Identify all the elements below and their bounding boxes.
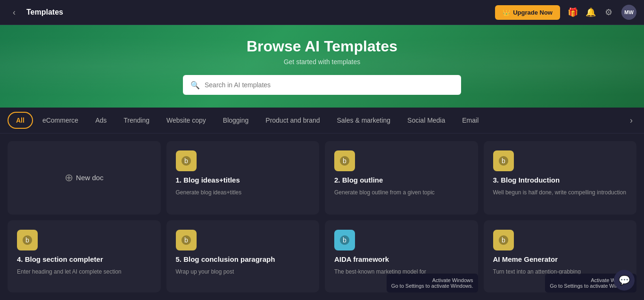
filter-tab-social-media[interactable]: Social Media	[400, 113, 453, 128]
template-card-aida[interactable]: b AIDA frameworkThe best-known marketing…	[325, 220, 478, 292]
upgrade-icon: 👑	[503, 9, 510, 16]
filter-tab-ecommerce[interactable]: eCommerce	[35, 113, 86, 128]
filter-tab-email[interactable]: Email	[454, 113, 486, 128]
card-icon-blog-intro: b	[493, 150, 514, 171]
hero-banner: Browse AI Templates Get started with tem…	[0, 25, 644, 108]
card-desc-blog-conclusion: Wrap up your blog post	[176, 268, 310, 276]
card-desc-blog-ideas: Generate blog ideas+titles	[176, 189, 310, 197]
card-title-blog-section: 4. Blog section completer	[17, 255, 151, 263]
svg-text:b: b	[343, 236, 347, 244]
card-title-blog-ideas: 1. Blog ideas+titles	[176, 176, 310, 184]
svg-text:b: b	[502, 157, 505, 165]
card-icon-meme: b	[493, 230, 514, 250]
search-input[interactable]	[205, 81, 454, 89]
gear-icon[interactable]: ⚙	[603, 7, 614, 17]
hero-title: Browse AI Templates	[247, 38, 397, 55]
card-icon-blog-outline: b	[334, 150, 355, 171]
new-doc-label: ⊕ New doc	[65, 172, 103, 184]
svg-text:b: b	[502, 236, 505, 244]
activate-windows-overlay: Activate WindowsGo to Settings to activa…	[387, 274, 478, 292]
template-card-blog-conclusion[interactable]: b5. Blog conclusion paragraphWrap up you…	[166, 220, 320, 292]
plus-icon: ⊕	[65, 172, 73, 184]
card-desc-blog-section: Enter heading and let AI complete sectio…	[17, 268, 151, 276]
page-title: Templates	[26, 8, 63, 17]
filter-tab-sales---marketing[interactable]: Sales & marketing	[330, 113, 398, 128]
filter-tab-all[interactable]: All	[8, 112, 33, 129]
card-icon-blog-section: b	[17, 230, 38, 250]
chat-bubble[interactable]: 💬	[614, 270, 635, 291]
card-desc-meme: Turn text into an attention-grabbing	[493, 268, 627, 276]
card-icon-aida: b	[334, 230, 355, 250]
filter-tab-trending[interactable]: Trending	[116, 113, 157, 128]
card-icon-blog-ideas: b	[176, 150, 197, 171]
filter-bar: AlleCommerceAdsTrendingWebsite copyBlogg…	[0, 108, 644, 133]
cards-grid: ⊕ New doc b1. Blog ideas+titlesGenerate …	[0, 133, 644, 300]
filter-tab-website-copy[interactable]: Website copy	[159, 113, 214, 128]
search-bar[interactable]: 🔍	[183, 75, 461, 95]
header: ‹ Templates 👑 Upgrade Now 🎁 🔔 ⚙ MW	[0, 0, 644, 25]
card-desc-blog-intro: Well begun is half done, write compellin…	[493, 189, 627, 197]
filter-tab-ads[interactable]: Ads	[88, 113, 114, 128]
template-card-blog-intro[interactable]: b3. Blog IntroductionWell begun is half …	[484, 141, 637, 215]
svg-text:b: b	[25, 236, 29, 244]
bell-icon[interactable]: 🔔	[586, 7, 596, 17]
card-icon-blog-conclusion: b	[176, 230, 197, 250]
card-title-aida: AIDA framework	[334, 255, 469, 263]
template-card-blog-outline[interactable]: b2. Blog outlineGenerate blog outline fr…	[325, 141, 478, 215]
card-title-blog-conclusion: 5. Blog conclusion paragraph	[176, 255, 310, 263]
svg-text:b: b	[184, 157, 188, 165]
upgrade-label: Upgrade Now	[513, 9, 553, 16]
svg-text:b: b	[184, 236, 188, 244]
filter-tab-product-and-brand[interactable]: Product and brand	[258, 113, 327, 128]
new-doc-card[interactable]: ⊕ New doc	[8, 141, 161, 215]
back-button[interactable]: ‹	[8, 6, 21, 19]
card-desc-blog-outline: Generate blog outline from a given topic	[334, 189, 469, 197]
gift-icon[interactable]: 🎁	[568, 7, 578, 17]
card-desc-aida: The best-known marketing model for	[334, 268, 469, 276]
filter-chevron-icon[interactable]: ›	[626, 114, 636, 127]
header-right: 👑 Upgrade Now 🎁 🔔 ⚙ MW	[495, 5, 636, 20]
avatar[interactable]: MW	[621, 5, 636, 20]
svg-text:b: b	[343, 157, 347, 165]
card-title-meme: AI Meme Generator	[493, 255, 627, 263]
template-card-blog-section[interactable]: b4. Blog section completerEnter heading …	[8, 220, 161, 292]
hero-subtitle: Get started with templates	[284, 58, 361, 66]
template-card-blog-ideas[interactable]: b1. Blog ideas+titlesGenerate blog ideas…	[166, 141, 320, 215]
search-icon: 🔍	[190, 81, 200, 90]
card-title-blog-outline: 2. Blog outline	[334, 176, 469, 184]
card-title-blog-intro: 3. Blog Introduction	[493, 176, 627, 184]
filter-tab-blogging[interactable]: Blogging	[215, 113, 256, 128]
header-left: ‹ Templates	[8, 6, 63, 19]
upgrade-button[interactable]: 👑 Upgrade Now	[495, 5, 560, 20]
